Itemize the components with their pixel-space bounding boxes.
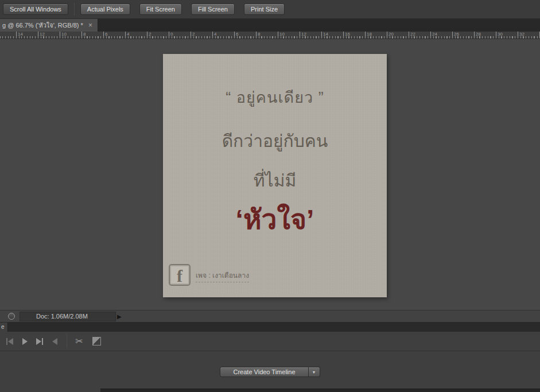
timeline-controls: ✂ [0, 332, 540, 351]
timeline-separator [67, 335, 67, 348]
next-frame-icon[interactable] [32, 336, 47, 347]
canvas-area[interactable]: “ อยู่คนเดียว ” ดีกว่าอยู่กับคน ที่ไม่มี… [0, 39, 540, 310]
ruler-label: 10 [60, 32, 67, 39]
ruler-label: 14 [16, 32, 23, 39]
artwork-image[interactable]: “ อยู่คนเดียว ” ดีกว่าอยู่กับคน ที่ไม่มี… [163, 54, 387, 297]
ruler-label: 4 [212, 32, 216, 39]
options-separator [74, 3, 75, 15]
document-size-readout[interactable]: Doc: 1.06M/2.08M [20, 312, 116, 321]
panel-tab-strip: e [0, 322, 540, 332]
status-options-icon[interactable] [8, 313, 15, 320]
ruler-label: 32 [518, 32, 525, 39]
split-scissors-icon[interactable]: ✂ [72, 336, 87, 347]
ruler-label: 24 [430, 32, 437, 39]
ruler-label: 26 [452, 32, 459, 39]
artwork-text-line-4: ‘หัวใจ’ [163, 202, 387, 238]
facebook-icon: f [169, 264, 191, 286]
ruler-label: 30 [496, 32, 503, 39]
ruler-label: 10 [278, 32, 285, 39]
play-icon[interactable] [17, 336, 32, 347]
close-icon[interactable]: × [88, 21, 92, 29]
ruler-label: 6 [103, 32, 107, 39]
actual-pixels-button[interactable]: Actual Pixels [80, 3, 130, 15]
ruler-label: 6 [234, 32, 238, 39]
tab-timeline[interactable]: e [0, 323, 8, 332]
artwork-text-line-1: “ อยู่คนเดียว ” [163, 87, 387, 108]
ruler-label: 2 [191, 32, 195, 39]
artwork-text-line-3: ที่ไม่มี [163, 170, 387, 191]
artwork-text-line-2: ดีกว่าอยู่กับคน [163, 131, 387, 152]
status-flyout-arrow-icon[interactable]: ▶ [117, 313, 122, 320]
ruler-label: 22 [409, 32, 415, 39]
ruler-label: 12 [300, 32, 306, 39]
fill-screen-button[interactable]: Fill Screen [191, 3, 235, 15]
transition-icon[interactable] [92, 337, 101, 346]
timeline-panel: ✂ Create Video Timeline ▼ [0, 332, 540, 392]
ruler[interactable]: 1412108642024681012141618202224262830323… [0, 32, 540, 39]
ruler-label: 8 [81, 32, 86, 39]
create-timeline-row: Create Video Timeline ▼ [0, 367, 540, 377]
timeline-hscrollbar[interactable] [100, 389, 540, 392]
artwork-footer: f เพจ : เงาเดือนลาง [169, 264, 249, 286]
ruler-label: 16 [343, 32, 350, 39]
options-bar: Scroll All Windows Actual Pixels Fit Scr… [0, 0, 540, 19]
artwork-caption: เพจ : เงาเดือนลาง [196, 270, 249, 282]
document-tab[interactable]: g @ 66.7% ('หัวใจ', RGB/8) * × [0, 19, 98, 32]
photoshop-window: Scroll All Windows Actual Pixels Fit Scr… [0, 0, 540, 392]
document-tab-title: g @ 66.7% ('หัวใจ', RGB/8) * [2, 20, 83, 30]
ruler-label: 14 [321, 32, 328, 39]
ruler-label: 4 [125, 32, 129, 39]
audio-mute-icon[interactable] [47, 336, 62, 347]
create-video-timeline-button[interactable]: Create Video Timeline [220, 367, 308, 377]
status-bar: Doc: 1.06M/2.08M ▶ [0, 310, 540, 322]
ruler-label: 12 [38, 32, 45, 39]
document-tab-bar: g @ 66.7% ('หัวใจ', RGB/8) * × [0, 19, 540, 32]
first-frame-icon[interactable] [2, 336, 17, 347]
timeline-mode-dropdown-icon[interactable]: ▼ [309, 367, 320, 377]
ruler-label: 28 [474, 32, 481, 39]
ruler-label: 2 [147, 32, 151, 39]
fit-screen-button[interactable]: Fit Screen [139, 3, 182, 15]
ruler-label: 18 [365, 32, 372, 39]
ruler-label: 8 [256, 32, 260, 39]
print-size-button[interactable]: Print Size [244, 3, 285, 15]
ruler-label: 20 [387, 32, 394, 39]
ruler-label: 0 [169, 32, 173, 39]
scroll-all-windows-button[interactable]: Scroll All Windows [3, 3, 68, 15]
